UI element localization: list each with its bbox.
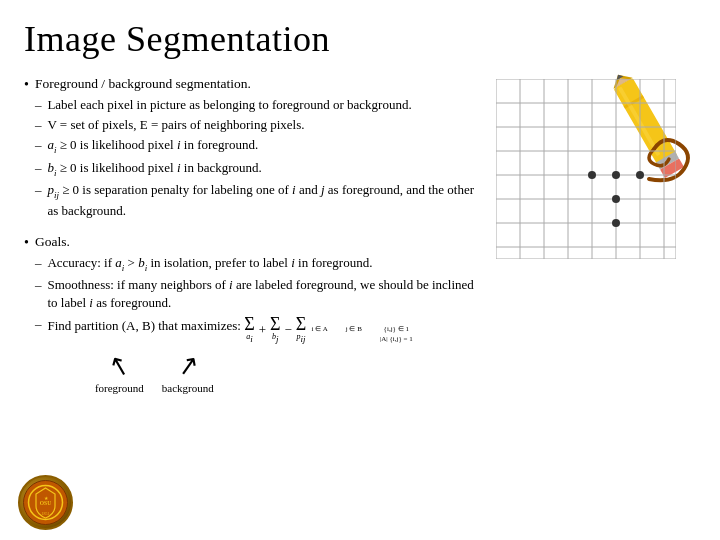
sub-text: pij ≥ 0 is separation penalty for labeli… xyxy=(47,181,486,220)
sub-text: ai ≥ 0 is likelihood pixel i in foregrou… xyxy=(47,136,486,156)
page-title: Image Segmentation xyxy=(24,18,696,60)
list-item: – bi ≥ 0 is likelihood pixel i in backgr… xyxy=(35,159,486,179)
bullet-1-content: Foreground / background segmentation. – … xyxy=(35,74,486,222)
list-item: – Find partition (A, B) that maximizes: … xyxy=(35,315,486,345)
sub-text: Label each pixel in picture as belonging… xyxy=(47,96,486,114)
list-item: – Accuracy: if ai > bi in isolation, pre… xyxy=(35,254,486,274)
list-item: – V = set of pixels, E = pairs of neighb… xyxy=(35,116,486,134)
bullet-1-main: Foreground / background segmentation. xyxy=(35,74,486,94)
foreground-arrow: ↗ xyxy=(105,351,133,382)
sub-text: V = set of pixels, E = pairs of neighbor… xyxy=(47,116,486,134)
sub-list-2: – Accuracy: if ai > bi in isolation, pre… xyxy=(35,254,486,346)
foreground-label-item: ↗ foreground xyxy=(95,353,144,397)
dash: – xyxy=(35,315,42,345)
formula-labels: ↗ foreground ↗ background xyxy=(95,353,486,397)
list-item: – ai ≥ 0 is likelihood pixel i in foregr… xyxy=(35,136,486,156)
dash: – xyxy=(35,159,42,179)
logo-svg: 1851 OSU ★ xyxy=(23,480,68,525)
dash: – xyxy=(35,254,42,274)
dash: – xyxy=(35,181,42,220)
svg-point-27 xyxy=(612,171,620,179)
dash: – xyxy=(35,96,42,114)
background-label: background xyxy=(162,381,214,397)
svg-point-28 xyxy=(636,171,644,179)
bullet-1: • xyxy=(24,75,29,222)
svg-text:1851: 1851 xyxy=(42,511,50,516)
foreground-label: foreground xyxy=(95,381,144,397)
dash: – xyxy=(35,116,42,134)
bullet-2-content: Goals. – Accuracy: if ai > bi in isolati… xyxy=(35,232,486,397)
background-label-item: ↗ background xyxy=(162,353,214,397)
svg-point-29 xyxy=(612,195,620,203)
page: Image Segmentation • Foreground / backgr… xyxy=(0,0,720,540)
bullet-2: • xyxy=(24,233,29,397)
logo-circle: 1851 OSU ★ xyxy=(18,475,73,530)
svg-point-26 xyxy=(588,171,596,179)
grid-image xyxy=(496,79,676,259)
dash: – xyxy=(35,276,42,313)
grid-svg xyxy=(496,79,676,259)
list-item: – Smoothness: if many neighbors of i are… xyxy=(35,276,486,313)
sub-text: Find partition (A, B) that maximizes: Σ … xyxy=(47,315,486,345)
svg-point-30 xyxy=(612,219,620,227)
section-1: • Foreground / background segmentation. … xyxy=(24,74,486,222)
content-area: • Foreground / background segmentation. … xyxy=(24,74,696,407)
background-arrow: ↗ xyxy=(175,351,201,380)
math-formula: Σ ai + Σ bj − xyxy=(244,315,306,345)
list-item: – Label each pixel in picture as belongi… xyxy=(35,96,486,114)
dash: – xyxy=(35,136,42,156)
sub-list-1: – Label each pixel in picture as belongi… xyxy=(35,96,486,220)
sub-text: bi ≥ 0 is likelihood pixel i in backgrou… xyxy=(47,159,486,179)
list-item: – pij ≥ 0 is separation penalty for labe… xyxy=(35,181,486,220)
sub-text: Accuracy: if ai > bi in isolation, prefe… xyxy=(47,254,486,274)
right-column xyxy=(496,74,696,407)
bullet-2-main: Goals. xyxy=(35,232,486,252)
sub-text: Smoothness: if many neighbors of i are l… xyxy=(47,276,486,313)
section-2: • Goals. – Accuracy: if ai > bi in isola… xyxy=(24,232,486,397)
university-logo: 1851 OSU ★ xyxy=(18,475,73,530)
left-column: • Foreground / background segmentation. … xyxy=(24,74,486,407)
